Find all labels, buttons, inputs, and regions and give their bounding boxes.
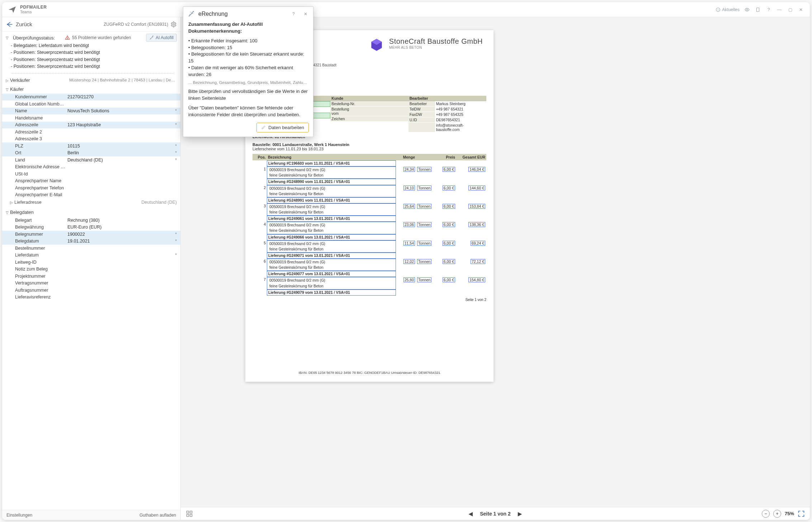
titlebar: PDFMAILER Teams Aktuelles ? — ▢ ✕: [2, 2, 810, 17]
buyer-section[interactable]: Käufer: [2, 85, 180, 94]
required-marker: *: [172, 122, 177, 127]
wand-icon: [149, 35, 154, 40]
dialog-help-icon[interactable]: ?: [292, 11, 297, 17]
field-row[interactable]: Ansprechpartner Telefon: [2, 184, 180, 192]
company-address-fragment: 0 · 54321 Baustadt: [306, 63, 486, 67]
window-close[interactable]: ✕: [798, 6, 804, 13]
back-button[interactable]: Zurück: [6, 21, 32, 28]
field-row[interactable]: USt-Id: [2, 170, 180, 178]
gear-icon[interactable]: [170, 21, 177, 28]
field-row[interactable]: Auftragsnummer: [2, 287, 180, 294]
zoom-level: 75%: [785, 511, 794, 516]
field-row[interactable]: Adresszeile123 Hauptstraße*: [2, 122, 180, 129]
field-label: Lieferavisreferenz: [15, 295, 65, 300]
field-value: 19.01.2021: [65, 239, 172, 244]
field-row[interactable]: Kundennummer21270/21270: [2, 94, 180, 101]
delivery-address-section[interactable]: Lieferadresse Deutschland (DE): [2, 198, 180, 206]
field-label: Ort: [15, 150, 65, 155]
info-row: Zeichen: [330, 116, 408, 122]
prev-page-button[interactable]: ◀: [469, 511, 473, 517]
app-logo: PDFMAILER Teams: [8, 5, 47, 14]
field-row[interactable]: Leitweg-ID: [2, 259, 180, 266]
company-logo-icon: [369, 37, 384, 52]
thumbnails-icon[interactable]: [186, 510, 193, 517]
field-row[interactable]: Bestellnummer: [2, 245, 180, 252]
required-marker: *: [172, 239, 177, 244]
format-label: ZUGFeRD v2 Comfort (EN16931): [104, 22, 168, 27]
belegdaten-section[interactable]: Belegdaten: [2, 208, 180, 217]
svg-rect-8: [187, 511, 189, 513]
dialog-p2: Über "Daten bearbeiten" können Sie fehle…: [188, 105, 308, 118]
field-row[interactable]: Global Location Number…: [2, 100, 180, 108]
issue-item: - Belegdaten: Lieferdatum wird benötigt: [11, 42, 174, 49]
window-maximize[interactable]: ▢: [787, 6, 793, 13]
sidebar-topup[interactable]: Guthaben aufladen: [140, 513, 176, 518]
info-row: U.IDDE987654321: [409, 117, 486, 123]
field-row[interactable]: Elektronische Adresse d…: [2, 164, 180, 171]
field-row[interactable]: Belegdatum19.01.2021*: [2, 238, 180, 245]
field-label: Adresszeile: [15, 122, 65, 127]
field-value: Deutschland (DE): [65, 157, 172, 163]
field-row[interactable]: NameNovusTech Solutions*: [2, 108, 180, 115]
pencil-icon: [261, 125, 266, 130]
doc-icon[interactable]: [755, 6, 761, 13]
field-row[interactable]: OrtBerlin*: [2, 150, 180, 157]
status-label: Überprüfungsstatus:: [13, 35, 55, 41]
field-label: Vertragsnummer: [15, 281, 65, 286]
field-row[interactable]: Ansprechpartner E-Mail: [2, 192, 180, 199]
buyer-fields: Kundennummer21270/21270Global Location N…: [2, 94, 180, 199]
dialog-close-icon[interactable]: ✕: [304, 11, 309, 17]
window-minimize[interactable]: —: [776, 6, 783, 13]
field-row[interactable]: Belegnummer1900022*: [2, 231, 180, 238]
paper-plane-icon: [8, 5, 16, 14]
field-row[interactable]: Adresszeile 2: [2, 128, 180, 136]
zoom-out-button[interactable]: −: [762, 510, 770, 518]
fit-screen-icon[interactable]: [798, 510, 805, 517]
position-row: 600500019 Brechsand 0/2 mm (G)feine Gest…: [252, 259, 486, 271]
doc-footer: IBAN: DE65 1234 5678 9012 3456 78 BIC: G…: [252, 371, 486, 375]
status-toggle[interactable]: [6, 35, 10, 40]
help-icon[interactable]: ?: [765, 6, 772, 13]
required-marker: *: [172, 144, 177, 149]
next-page-button[interactable]: ▶: [518, 511, 522, 517]
brand-name: PDFMAILER: [20, 5, 47, 10]
field-row[interactable]: Adresszeile 3: [2, 136, 180, 143]
field-row[interactable]: Ansprechpartner Name: [2, 178, 180, 185]
sidebar-settings[interactable]: Einstellungen: [6, 513, 32, 518]
dialog-lead: Zusammenfassung der AI-Autofill Dokument…: [188, 21, 308, 35]
issue-item: - Positionen: Steuerprozentsatz wird ben…: [11, 63, 174, 70]
required-marker: *: [172, 150, 177, 155]
field-label: Belegnummer: [15, 232, 65, 237]
svg-rect-9: [190, 511, 192, 513]
aktuelles-link[interactable]: Aktuelles: [716, 7, 740, 12]
field-row[interactable]: LandDeutschland (DE)*: [2, 156, 180, 164]
field-value: 21270/21270: [65, 94, 172, 99]
position-row: 300500019 Brechsand 0/2 mm (G)feine Gest…: [252, 203, 486, 216]
field-row[interactable]: Lieferdatum*: [2, 252, 180, 259]
required-marker: *: [172, 157, 177, 163]
field-label: Land: [15, 157, 65, 163]
daten-bearbeiten-button[interactable]: Daten bearbeiten: [256, 123, 309, 132]
required-marker: *: [172, 253, 177, 258]
field-label: Ansprechpartner Name: [15, 178, 65, 183]
field-row[interactable]: Vertragsnummer: [2, 280, 180, 287]
field-row[interactable]: Notiz zum Beleg: [2, 266, 180, 273]
field-row[interactable]: BelegartRechnung (380): [2, 217, 180, 224]
position-row: 500500019 Brechsand 0/2 mm (G)feine Gest…: [252, 240, 486, 253]
field-row[interactable]: PLZ10115*: [2, 142, 180, 150]
field-label: Adresszeile 3: [15, 136, 65, 141]
field-row[interactable]: Handelsname: [2, 114, 180, 122]
zoom-in-button[interactable]: +: [773, 510, 781, 518]
ai-autofill-button[interactable]: AI Autofill: [146, 34, 177, 42]
field-value: 1900022: [65, 232, 172, 237]
field-row[interactable]: Lieferavisreferenz: [2, 294, 180, 301]
field-row[interactable]: Projektnummer: [2, 273, 180, 280]
viewer-toolbar: ◀ Seite 1 von 2 ▶ − + 75%: [181, 507, 810, 520]
field-row[interactable]: BelegwährungEUR-Euro (EUR): [2, 224, 180, 231]
field-label: Auftragsnummer: [15, 288, 65, 293]
position-row: 100500019 Brechsand 0/2 mm (G)feine Gest…: [252, 166, 486, 179]
info-row: TelDW+49 987 654321: [409, 107, 486, 112]
seller-section[interactable]: Verkäufer Müstershop 24 | Bahnhofstraße …: [2, 76, 180, 85]
eye-icon[interactable]: [744, 6, 750, 13]
issue-item: - Positionen: Steuerprozentsatz wird ben…: [11, 56, 174, 63]
